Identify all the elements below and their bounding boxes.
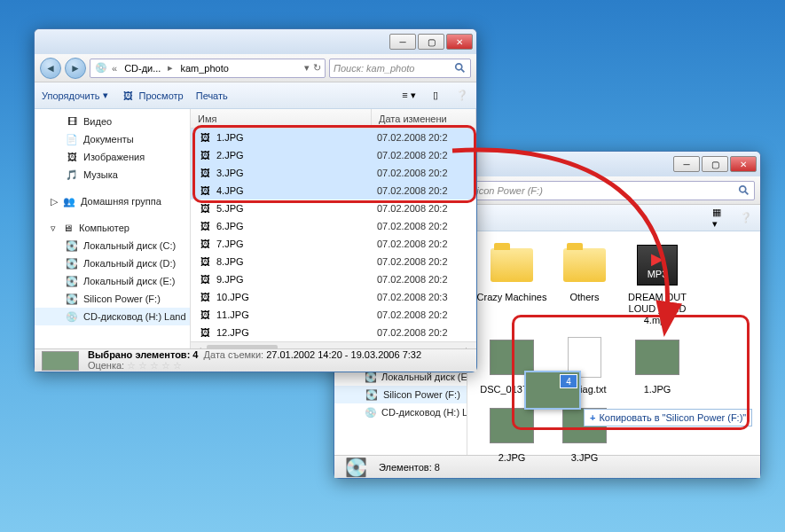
drag-ghost: 4	[524, 371, 581, 410]
file-item[interactable]: 1.JPG	[622, 332, 693, 395]
back-button[interactable]: ◄	[40, 58, 61, 79]
tree-drive[interactable]: 💽Локальный диск (D:)	[35, 254, 190, 272]
file-row[interactable]: 🖼4.JPG07.02.2008 20:2	[191, 182, 476, 200]
organize-button[interactable]: Упорядочить ▾	[42, 90, 108, 101]
image-file-icon: 🖼	[198, 308, 212, 322]
close-button[interactable]: ✕	[446, 34, 473, 50]
image-file-icon: 🖼	[198, 290, 212, 304]
column-headers[interactable]: Имя Дата изменени	[191, 109, 476, 129]
tree-computer[interactable]: ▿🖥Компьютер	[35, 219, 190, 237]
image-icon	[490, 340, 534, 375]
minimize-button[interactable]: ─	[389, 34, 416, 50]
forward-button[interactable]: ►	[65, 58, 86, 79]
documents-icon: 📄	[65, 132, 79, 146]
image-icon	[490, 408, 534, 443]
search-icon	[738, 184, 750, 197]
search-icon	[454, 62, 467, 74]
image-file-icon: 🖼	[198, 325, 212, 340]
help-button[interactable]: ❔	[455, 89, 469, 103]
tree-drive[interactable]: 💿CD-дисковод (H:) Land	[334, 403, 467, 421]
drive-icon: 💽	[65, 256, 79, 270]
cd-icon: 💿	[365, 405, 377, 419]
drive-icon: 💽	[65, 274, 79, 288]
svg-point-2	[456, 63, 462, 69]
drive-icon: 💽	[65, 292, 79, 306]
tree-lib-item[interactable]: 🎵Музыка	[35, 166, 190, 184]
tree-drive[interactable]: 💽Локальный диск (C:)	[35, 237, 190, 254]
drive-icon: 💽	[341, 460, 370, 474]
print-button[interactable]: Печать	[196, 90, 228, 101]
file-row[interactable]: 🖼12.JPG07.02.2008 20:2	[191, 324, 476, 341]
breadcrumb-item[interactable]: CD-ди...	[121, 63, 164, 74]
h-scrollbar[interactable]: ◂▸	[191, 341, 476, 348]
view-options-button[interactable]: ▦ ▾	[712, 211, 726, 225]
preview-button[interactable]: 🖼Просмотр	[121, 89, 183, 103]
image-icon	[635, 340, 679, 375]
preview-icon: 🖼	[121, 89, 135, 103]
video-icon: 🎞	[65, 114, 79, 129]
close-button[interactable]: ✕	[730, 156, 757, 172]
col-date[interactable]: Дата изменени	[372, 109, 476, 128]
file-row[interactable]: 🖼8.JPG07.02.2008 20:2	[191, 253, 476, 270]
image-file-icon: 🖼	[198, 148, 212, 162]
tree-drive[interactable]: 💽Silicon Power (F:)	[334, 386, 467, 403]
file-row[interactable]: 🖼6.JPG07.02.2008 20:2	[191, 217, 476, 235]
maximize-button[interactable]: ▢	[702, 156, 728, 172]
music-icon: 🎵	[65, 168, 79, 182]
file-row[interactable]: 🖼1.JPG07.02.2008 20:2	[191, 129, 476, 146]
file-row[interactable]: 🖼11.JPG07.02.2008 20:2	[191, 306, 476, 324]
mp3-icon: ▶MP3	[637, 245, 678, 286]
maximize-button[interactable]: ▢	[418, 34, 444, 50]
search-input[interactable]: Поиск: kam_photo	[329, 59, 471, 78]
preview-thumbnail	[42, 351, 79, 371]
drive-icon: 💽	[65, 239, 79, 253]
image-file-icon: 🖼	[198, 201, 212, 215]
view-options-button[interactable]: ≡ ▾	[402, 89, 416, 103]
file-row[interactable]: 🖼9.JPG07.02.2008 20:2	[191, 270, 476, 288]
drag-count-badge: 4	[560, 374, 577, 388]
nav-tree[interactable]: 🎞Видео 📄Документы 🖼Изображения 🎵Музыка ▷…	[35, 109, 191, 348]
file-row[interactable]: 🖼10.JPG07.02.2008 20:3	[191, 288, 476, 306]
tree-drive[interactable]: 💽Silicon Power (F:)	[35, 290, 190, 308]
svg-line-3	[461, 68, 465, 72]
status-bar: 💽 Элементов: 8	[334, 455, 760, 478]
file-item[interactable]: 2.JPG	[476, 401, 547, 464]
file-item[interactable]: Crazy Machines	[476, 240, 547, 327]
folder-icon	[563, 248, 606, 282]
image-file-icon: 🖼	[198, 130, 212, 145]
tree-drive[interactable]: 💿CD-дисковод (H:) Land	[35, 308, 190, 325]
file-list[interactable]: Имя Дата изменени 🖼1.JPG07.02.2008 20:2🖼…	[191, 109, 476, 348]
file-item[interactable]: Others	[549, 240, 620, 327]
file-item[interactable]: ▶MP3DREAM OUT LOUD _DMD 4.mp3	[622, 240, 693, 327]
help-button[interactable]: ❔	[739, 211, 753, 225]
computer-icon: 🖥	[60, 221, 75, 235]
tree-homegroup[interactable]: ▷👥Домашняя группа	[35, 192, 190, 210]
tree-lib-item[interactable]: 🎞Видео	[35, 113, 190, 130]
toolbar: Упорядочить ▾ 🖼Просмотр Печать ≡ ▾ ▯ ❔	[35, 82, 476, 109]
breadcrumb-item[interactable]: kam_photo	[177, 63, 232, 74]
file-row[interactable]: 🖼2.JPG07.02.2008 20:2	[191, 146, 476, 164]
status-bar: Выбрано элементов: 4 Дата съемки: 27.01.…	[35, 348, 476, 372]
image-file-icon: 🖼	[198, 272, 212, 286]
drop-tooltip: + Копировать в "Silicon Power (F:)"	[584, 409, 752, 426]
preview-pane-button[interactable]: ▯	[428, 89, 443, 103]
col-name[interactable]: Имя	[191, 109, 372, 128]
drive-icon: 💽	[365, 387, 379, 402]
image-file-icon: 🖼	[198, 219, 212, 233]
plus-icon: +	[590, 412, 595, 423]
image-file-icon: 🖼	[198, 254, 212, 269]
image-file-icon: 🖼	[198, 166, 212, 180]
file-row[interactable]: 🖼7.JPG07.02.2008 20:2	[191, 235, 476, 253]
pictures-icon: 🖼	[65, 150, 79, 164]
address-bar[interactable]: 💿 « CD-ди... ▸ kam_photo ▾ ↻	[90, 59, 326, 78]
file-row[interactable]: 🖼3.JPG07.02.2008 20:2	[191, 164, 476, 182]
homegroup-icon: 👥	[62, 194, 76, 208]
image-file-icon: 🖼	[198, 237, 212, 251]
tree-lib-item[interactable]: 🖼Изображения	[35, 148, 190, 166]
minimize-button[interactable]: ─	[673, 156, 700, 172]
tree-lib-item[interactable]: 📄Документы	[35, 130, 190, 148]
titlebar[interactable]: ─ ▢ ✕	[35, 29, 476, 54]
search-input[interactable]: Поиск: Silicon Power (F:)	[428, 181, 755, 200]
tree-drive[interactable]: 💽Локальный диск (E:)	[35, 272, 190, 290]
file-row[interactable]: 🖼5.JPG07.02.2008 20:2	[191, 200, 476, 217]
